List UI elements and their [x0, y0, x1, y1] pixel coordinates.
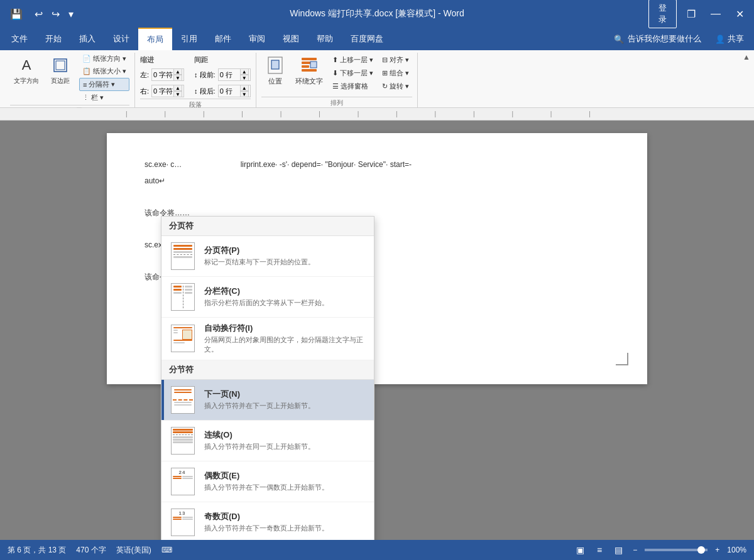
separator-dropdown-menu: 分页符 分页符(P) 标记一页结束与下一页开始的位置。 [161, 216, 374, 540]
group-dropdown[interactable]: ▾ [405, 69, 409, 77]
svg-rect-7 [302, 65, 309, 68]
menu-baidu[interactable]: 百度网盘 [342, 28, 392, 50]
zoom-plus-btn[interactable]: + [715, 546, 719, 554]
indent-right-down[interactable]: ▼ [173, 91, 182, 97]
login-btn[interactable]: 登录 [648, 0, 677, 28]
indent-left-down[interactable]: ▼ [173, 75, 182, 81]
bring-forward-btn[interactable]: ⬆ 上移一层 ▾ [329, 54, 376, 66]
spacing-before-label: ↕ 段前: [194, 70, 216, 80]
dropdown-item-even-page[interactable]: 2 4 偶数页(E) 插入分节符并在下一偶数页上开始新节。 [161, 461, 374, 502]
dropdown-item-page-break[interactable]: 分页符(P) 标记一页结束与下一页开始的位置。 [161, 236, 374, 277]
dropdown-item-text-wrap[interactable]: 自动换行符(I) 分隔网页上的对象周围的文字，如分隔题注文字与正文。 [161, 318, 374, 360]
spacing-after-input[interactable]: 0 行 ▲ ▼ [218, 85, 251, 97]
text-wrap-icon [169, 323, 197, 353]
next-page-icon [169, 385, 197, 415]
svg-rect-1 [56, 61, 65, 70]
page-info: 第 6 页，共 13 页 [8, 545, 66, 556]
indent-right-up[interactable]: ▲ [173, 85, 182, 91]
share-btn[interactable]: 👤 共享 [708, 28, 751, 50]
menu-review[interactable]: 审阅 [240, 28, 274, 50]
ribbon-group-arrange: 位置 环绕文字 ⬆ 上移一层 ▾ [256, 53, 418, 107]
wrap-text-label: 环绕文字 [295, 77, 323, 86]
rotate-dropdown[interactable]: ▾ [405, 82, 409, 90]
indent-right-input[interactable]: 0 字符 ▲ ▼ [151, 85, 184, 97]
spacing-before-input[interactable]: 0 行 ▲ ▼ [218, 68, 251, 81]
wrap-text-btn[interactable]: 环绕文字 [292, 53, 327, 88]
page-margins-label: 页边距 [51, 77, 70, 85]
close-btn[interactable]: ✕ [731, 6, 749, 23]
spacing-before-up[interactable]: ▲ [240, 68, 249, 75]
odd-page-text: 奇数页(D) 插入分节符并在下一奇数页上开始新节。 [204, 511, 366, 533]
separator-dropdown[interactable]: ▾ [111, 80, 115, 89]
columns-dropdown[interactable]: ▾ [100, 94, 104, 102]
title-bar-left: 💾 ↩ ↪ ▾ [5, 6, 106, 23]
print-view-btn[interactable]: ≡ [594, 544, 604, 556]
group-btn[interactable]: ⊞ 组合 ▾ [379, 67, 412, 79]
align-btn[interactable]: ⊟ 对齐 ▾ [379, 54, 412, 66]
search-icon: 🔍 [614, 35, 624, 44]
menu-help[interactable]: 帮助 [308, 28, 342, 50]
paper-orientation-dropdown[interactable]: ▾ [123, 55, 126, 63]
svg-rect-4 [302, 58, 317, 60]
page-break-desc: 标记一页结束与下一页开始的位置。 [204, 257, 366, 267]
dropdown-item-continuous[interactable]: 连续(O) 插入分节符并在同一页上开始新节。 [161, 421, 374, 461]
dropdown-item-col-break[interactable]: 分栏符(C) 指示分栏符后面的文字将从下一栏开始。 [161, 277, 374, 318]
save-icon-btn[interactable]: 💾 [5, 6, 28, 23]
page-margins-btn[interactable]: 页边距 [44, 53, 77, 88]
undo-btn[interactable]: ↩ [31, 7, 46, 21]
send-back-dropdown[interactable]: ▾ [369, 69, 373, 77]
zoom-slider[interactable] [645, 549, 708, 551]
svg-rect-8 [302, 69, 317, 72]
columns-btn[interactable]: ⋮ 栏 ▾ [79, 92, 129, 104]
bring-forward-dropdown[interactable]: ▾ [369, 56, 373, 64]
qa-dropdown-btn[interactable]: ▾ [65, 7, 77, 21]
ribbon-collapse-btn[interactable]: ▲ [743, 53, 750, 62]
spacing-before-down[interactable]: ▼ [240, 75, 249, 81]
separator-label: 分隔符 [89, 80, 109, 89]
menu-layout[interactable]: 布局 [138, 28, 172, 50]
spacing-after-down[interactable]: ▼ [240, 91, 249, 97]
search-placeholder[interactable]: 告诉我你想要做什么 [628, 33, 701, 45]
word-count: 470 个字 [76, 545, 106, 556]
selection-pane-btn[interactable]: ☰ 选择窗格 [329, 80, 376, 92]
send-back-icon: ⬇ [332, 69, 338, 77]
redo-btn[interactable]: ↪ [48, 7, 63, 21]
zoom-minus-btn[interactable]: − [633, 546, 637, 554]
separator-btn[interactable]: ≡ 分隔符 ▾ [79, 78, 129, 91]
paper-orientation-icon: 📄 [82, 55, 91, 63]
search-box: 🔍 告诉我你想要做什么 [608, 28, 708, 50]
menu-references[interactable]: 引用 [172, 28, 206, 50]
position-btn[interactable]: 位置 [261, 53, 289, 88]
menu-file[interactable]: 文件 [3, 28, 36, 50]
even-page-title: 偶数页(E) [204, 470, 366, 482]
menu-design[interactable]: 设计 [104, 28, 138, 50]
paper-size-btn[interactable]: 📋 纸张大小 ▾ [79, 65, 129, 77]
menu-home[interactable]: 开始 [36, 28, 70, 50]
spacing-after-up[interactable]: ▲ [240, 85, 249, 91]
page-break-title: 分页符(P) [204, 245, 366, 256]
arrange-content: 位置 环绕文字 ⬆ 上移一层 ▾ [261, 53, 412, 95]
paper-orientation-btn[interactable]: 📄 纸张方向 ▾ [79, 53, 129, 65]
menu-mail[interactable]: 邮件 [206, 28, 240, 50]
read-view-btn[interactable]: ▣ [574, 544, 587, 556]
restore-window-btn[interactable]: ❐ [682, 6, 701, 23]
doc-line-1: sc.exe· c… lirprint.exe· -s'· depend=· "… [145, 158, 609, 172]
web-view-btn[interactable]: ▤ [612, 544, 625, 556]
align-dropdown[interactable]: ▾ [405, 56, 409, 64]
even-page-icon: 2 4 [169, 466, 197, 497]
rotate-btn[interactable]: ↻ 旋转 ▾ [379, 80, 412, 92]
status-bar: 第 6 页，共 13 页 470 个字 英语(美国) ⌨ ▣ ≡ ▤ − + 1… [0, 540, 754, 560]
col-break-icon [169, 282, 197, 312]
menu-insert[interactable]: 插入 [70, 28, 104, 50]
dropdown-item-next-page[interactable]: 下一页(N) 插入分节符并在下一页上开始新节。 [161, 380, 374, 421]
indent-left-up[interactable]: ▲ [173, 68, 182, 75]
odd-page-title: 奇数页(D) [204, 511, 366, 522]
dropdown-section-page-break: 分页符 [161, 217, 374, 236]
indent-left-input[interactable]: 0 字符 ▲ ▼ [151, 68, 184, 81]
menu-view[interactable]: 视图 [274, 28, 308, 50]
send-back-btn[interactable]: ⬇ 下移一层 ▾ [329, 67, 376, 79]
dropdown-item-odd-page[interactable]: 1 3 奇数页(D) 插入分节符并在下一奇数页上开始新节。 [161, 502, 374, 540]
paper-size-dropdown[interactable]: ▾ [123, 67, 126, 75]
text-direction-btn[interactable]: A 文字方向 [10, 53, 43, 88]
minimize-btn[interactable]: — [706, 6, 726, 22]
